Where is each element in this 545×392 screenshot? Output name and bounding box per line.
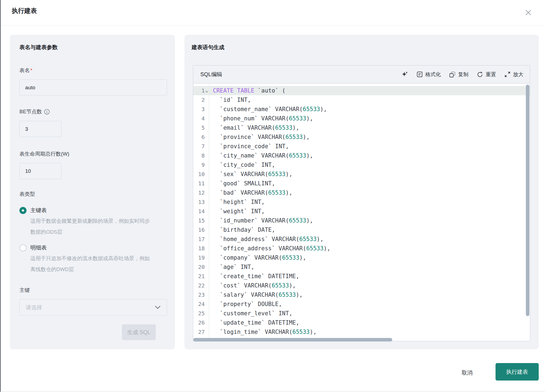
code-line[interactable]: 16 `birthday` DATE,: [193, 225, 530, 234]
close-icon[interactable]: [523, 8, 533, 17]
code-line[interactable]: 19 `company` VARCHAR(65533),: [193, 253, 530, 262]
code-text: `city_name` VARCHAR(65533),: [209, 152, 313, 159]
detail-table-description: 适用于只追加不修改的流水数据或高吞吐场景，例如离线数仓的DWD层: [30, 253, 154, 275]
code-text: `sex` VARCHAR(65533),: [209, 171, 292, 177]
lifecycle-rows-input[interactable]: 10: [19, 163, 61, 179]
required-asterisk: *: [30, 67, 32, 73]
primary-key-table-description: 适用于数据会频繁更新或删除的场景，例如实时同步数据的ODS层: [30, 216, 154, 237]
code-text: `birthday` DATE,: [209, 227, 275, 233]
code-text: `age` INT,: [209, 264, 254, 270]
copy-icon: [449, 71, 456, 78]
code-text: `cost` VARCHAR(65533),: [209, 282, 296, 289]
code-line[interactable]: 11 `good` SMALLINT,: [193, 179, 530, 188]
code-line[interactable]: 3 `customer_name` VARCHAR(65533),: [193, 105, 530, 114]
left-panel-title: 表名与建表参数: [19, 44, 58, 51]
be-nodes-input[interactable]: 3: [19, 121, 61, 137]
reset-icon: [477, 71, 483, 78]
code-line[interactable]: 12 `bad` VARCHAR(65533),: [193, 188, 530, 197]
table-type-label: 表类型: [19, 191, 35, 198]
code-text: `customer_name` VARCHAR(65533),: [209, 106, 327, 112]
code-text: `salary` VARCHAR(65533),: [209, 292, 303, 298]
code-line[interactable]: 26 `update_time` DATETIME,: [193, 318, 530, 327]
primary-key-select[interactable]: 请选择: [19, 299, 167, 316]
line-number: 11: [193, 180, 209, 187]
code-text: `home_address` VARCHAR(65533),: [209, 236, 324, 242]
ai-sparkle-icon[interactable]: [402, 71, 408, 78]
sql-code-area[interactable]: 1CREATE TABLE `auto` (2 `id` INT,3 `cust…: [193, 84, 530, 341]
code-line[interactable]: 2 `id` INT,: [193, 95, 530, 105]
line-number: 20: [193, 264, 209, 270]
horizontal-scrollbar[interactable]: [193, 338, 392, 341]
code-text: `good` SMALLINT,: [209, 180, 275, 187]
line-number: 22: [193, 282, 209, 289]
vertical-scrollbar[interactable]: [526, 85, 529, 316]
code-line[interactable]: 1CREATE TABLE `auto` (: [193, 86, 530, 95]
code-line[interactable]: 18 `office_address` VARCHAR(65533),: [193, 244, 530, 253]
line-number: 21: [193, 273, 209, 280]
code-text: `id` INT,: [209, 97, 251, 103]
line-number: 5: [193, 124, 209, 131]
line-number: 13: [193, 199, 209, 205]
line-number: 10: [193, 171, 209, 177]
radio-primary-key-table[interactable]: 主键表: [19, 207, 47, 214]
line-number: 16: [193, 227, 209, 233]
be-nodes-label: BE节点数: [19, 108, 50, 115]
chevron-down-icon: [155, 305, 161, 309]
info-icon[interactable]: [44, 109, 50, 115]
code-line[interactable]: 15 `id_number` VARCHAR(65533),: [193, 216, 530, 225]
execute-create-table-button[interactable]: 执行建表: [496, 363, 539, 381]
line-number: 7: [193, 143, 209, 150]
line-number: 23: [193, 292, 209, 298]
reset-button[interactable]: 重置: [477, 71, 496, 78]
right-panel-title: 建表语句生成: [192, 44, 224, 51]
line-number: 19: [193, 254, 209, 261]
code-line[interactable]: 7 `province_code` INT,: [193, 142, 530, 151]
code-line[interactable]: 20 `age` INT,: [193, 262, 530, 272]
line-number: 12: [193, 189, 209, 196]
sql-editor-header: SQL编辑: [200, 71, 222, 78]
code-text: `email` VARCHAR(65533),: [209, 124, 299, 131]
code-line[interactable]: 22 `cost` VARCHAR(65533),: [193, 281, 530, 290]
code-line[interactable]: 9 `city_code` INT,: [193, 160, 530, 170]
format-icon: [417, 71, 423, 78]
fold-chevron-icon[interactable]: [205, 90, 209, 93]
code-line[interactable]: 24 `property` DOUBLE,: [193, 299, 530, 309]
radio-detail-table[interactable]: 明细表: [19, 244, 47, 251]
expand-icon: [504, 71, 511, 78]
sql-editor: SQL编辑 格式化 复制 重置: [193, 65, 530, 341]
code-text: `province` VARCHAR(65533),: [209, 134, 310, 140]
code-line[interactable]: 23 `salary` VARCHAR(65533),: [193, 290, 530, 299]
expand-button[interactable]: 放大: [504, 71, 523, 78]
code-text: `height` INT,: [209, 199, 265, 205]
code-line[interactable]: 14 `weight` INT,: [193, 207, 530, 216]
code-line[interactable]: 5 `email` VARCHAR(65533),: [193, 123, 530, 132]
line-number: 14: [193, 208, 209, 215]
code-line[interactable]: 21 `create_time` DATETIME,: [193, 272, 530, 281]
code-line[interactable]: 8 `city_name` VARCHAR(65533),: [193, 151, 530, 160]
code-text: `phone_num` VARCHAR(65533),: [209, 115, 313, 122]
code-line[interactable]: 25 `customer_level` INT,: [193, 309, 530, 318]
copy-button[interactable]: 复制: [449, 71, 468, 78]
sql-editor-toolbar: SQL编辑 格式化 复制 重置: [193, 66, 530, 84]
code-text: `id_number` VARCHAR(65533),: [209, 217, 313, 224]
dialog-title: 执行建表: [12, 7, 37, 15]
line-number: 15: [193, 217, 209, 224]
code-text: `company` VARCHAR(65533),: [209, 254, 306, 261]
code-line[interactable]: 4 `phone_num` VARCHAR(65533),: [193, 114, 530, 123]
format-button[interactable]: 格式化: [417, 71, 441, 78]
table-name-input[interactable]: auto: [19, 79, 167, 96]
code-text: `bad` VARCHAR(65533),: [209, 189, 292, 196]
code-line[interactable]: 27 `login_time` VARCHAR(65533),: [193, 327, 530, 337]
cancel-button[interactable]: 取消: [456, 366, 479, 379]
code-text: `weight` INT,: [209, 208, 265, 215]
generate-sql-button[interactable]: 生成 SQL: [122, 324, 156, 340]
code-text: `create_time` DATETIME,: [209, 273, 299, 280]
code-line[interactable]: 10 `sex` VARCHAR(65533),: [193, 170, 530, 179]
code-line[interactable]: 13 `height` INT,: [193, 197, 530, 207]
code-text: `province_code` INT,: [209, 143, 289, 150]
code-text: `city_code` INT,: [209, 162, 275, 168]
code-line[interactable]: 6 `province` VARCHAR(65533),: [193, 132, 530, 142]
lifecycle-rows-label: 表生命周期总行数(W): [19, 150, 69, 158]
code-line[interactable]: 17 `home_address` VARCHAR(65533),: [193, 234, 530, 244]
line-number: 3: [193, 106, 209, 112]
